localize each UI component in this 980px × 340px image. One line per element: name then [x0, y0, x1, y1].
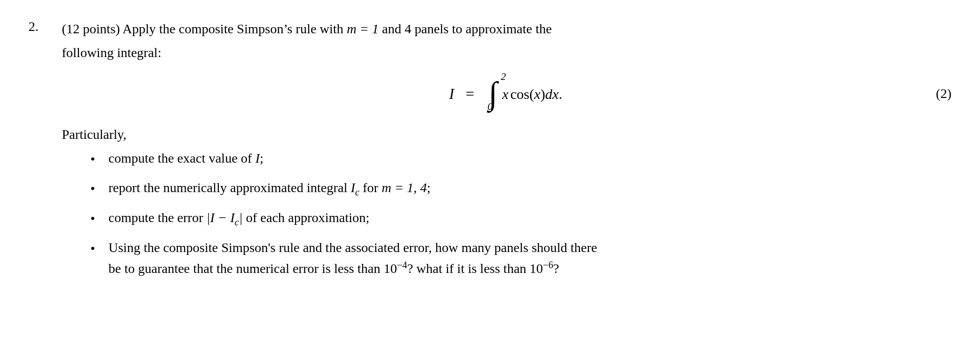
bullet-dot-2: •	[90, 179, 102, 199]
eq-equals: =	[462, 82, 478, 105]
bullet-dot-3: •	[90, 209, 102, 229]
bullet-2-text-before: report the numerically approximated inte…	[108, 180, 351, 195]
math-display: I = ∫ 2 0 x cos(x)dx.	[449, 77, 564, 110]
bullet-4-content: Using the composite Simpson's rule and t…	[108, 238, 951, 279]
bullet-2-math-ic: Ic	[351, 180, 359, 195]
bullet-4-line1: Using the composite Simpson's rule and t…	[108, 240, 597, 255]
bullet-1-math-i: I	[255, 151, 260, 165]
list-item: • report the numerically approximated in…	[90, 178, 951, 199]
bullet-3-math-abs: |I − Ic|	[206, 210, 243, 225]
integral-lower-bound: 0	[488, 98, 493, 114]
problem-container: 2. (12 points) Apply the composite Simps…	[29, 19, 951, 287]
bullet-1-text-before: compute the exact value of	[108, 151, 255, 165]
bullet-3-text-after: of each approximation;	[243, 210, 370, 225]
equation-block: I = ∫ 2 0 x cos(x)dx. (2)	[62, 77, 951, 110]
bullet-2-text-for: for	[360, 180, 382, 195]
problem-header-line1: (12 points) Apply the composite Simpson’…	[62, 19, 951, 39]
problem-number: 2.	[29, 19, 62, 34]
bullet-4-line2-before: be to guarantee that the numerical error…	[108, 261, 397, 276]
bullet-2-math-m: m = 1, 4	[382, 180, 427, 195]
bullet-4-sup1: −4	[397, 260, 407, 270]
bullet-1-text-after: ;	[260, 151, 264, 165]
bullet-2-content: report the numerically approximated inte…	[108, 178, 951, 199]
bullet-4-q2: ?	[553, 261, 559, 276]
connector-and: and	[382, 21, 401, 36]
integrand: x cos(x)dx.	[502, 83, 562, 105]
bullet-dot-4: •	[90, 239, 102, 259]
bullet-2-text-after: ;	[427, 180, 431, 195]
problem-header: 2. (12 points) Apply the composite Simps…	[29, 19, 951, 287]
integral-container: ∫ 2 0	[489, 77, 498, 110]
equation-number: (2)	[936, 84, 951, 104]
header-text: (12 points) Apply the composite Simpson’…	[62, 21, 343, 36]
list-item: • Using the composite Simpson's rule and…	[90, 238, 951, 279]
bullet-1-content: compute the exact value of I;	[108, 148, 951, 168]
problem-header-line2: following integral:	[62, 43, 951, 63]
bullet-3-text-before: compute the error	[108, 210, 206, 225]
m-equals: m = 1	[347, 21, 382, 36]
bullet-3-content: compute the error |I − Ic| of each appro…	[108, 208, 951, 229]
list-item: • compute the error |I − Ic| of each app…	[90, 208, 951, 229]
bullet-list: • compute the exact value of I; • report…	[62, 148, 951, 279]
particularly-label: Particularly,	[62, 125, 951, 145]
bullet-dot-1: •	[90, 149, 102, 169]
problem-text: (12 points) Apply the composite Simpson’…	[62, 19, 951, 287]
eq-lhs: I	[449, 82, 454, 105]
list-item: • compute the exact value of I;	[90, 148, 951, 169]
bullet-4-sup2: −6	[543, 260, 553, 270]
bullet-4-q1: ? what if it is less than 10	[407, 261, 543, 276]
integral-upper-bound: 2	[500, 68, 506, 84]
panels-text: 4 panels to approximate the	[404, 21, 551, 36]
